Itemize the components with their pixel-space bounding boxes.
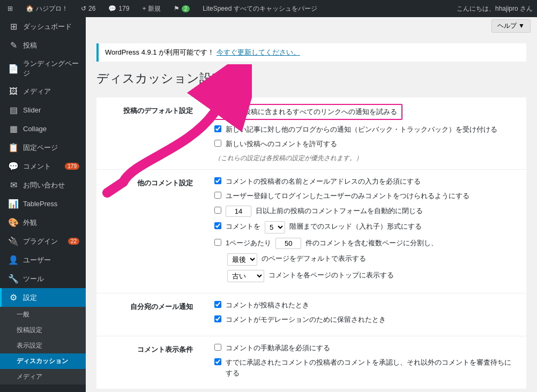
setting-row-comment-posted: コメントが投稿されたとき bbox=[214, 300, 516, 311]
setting-row-allow-comments: 新しい投稿へのコメントを許可する bbox=[214, 139, 516, 149]
wp-icon: ⊞ bbox=[8, 5, 13, 12]
submenu-general[interactable]: 一般 bbox=[0, 307, 86, 322]
sort-order-select[interactable]: 古い新しい bbox=[227, 270, 264, 282]
pages-icon: 📋 bbox=[8, 142, 19, 153]
label-manual-approval: コメントの手動承認を必須にする bbox=[226, 343, 330, 353]
setting-row-registered-only: ユーザー登録してログインしたユーザーのみコメントをつけられるようにする bbox=[214, 191, 516, 201]
main-header: ヘルプ ▼ bbox=[86, 17, 537, 35]
submenu-discussion[interactable]: ディスカッション bbox=[0, 353, 86, 369]
sidebar-item-dashboard[interactable]: ⊞ ダッシュボード bbox=[0, 17, 86, 36]
checkbox-paged[interactable] bbox=[214, 239, 221, 246]
sidebar-item-comments[interactable]: 💬 コメント 179 bbox=[0, 157, 86, 176]
submenu-post-settings[interactable]: 投稿設定 bbox=[0, 322, 86, 338]
sidebar: ⊞ ダッシュボード ✎ 投稿 📄 ランディングページ 🖼 メディア ▤ Slid… bbox=[0, 17, 86, 392]
contact-icon: ✉ bbox=[8, 180, 19, 190]
section-heading-display: コメント表示条件 bbox=[96, 336, 204, 389]
help-button[interactable]: ヘルプ ▼ bbox=[491, 19, 531, 33]
label-thread-after: 階層までのスレッド（入れ子）形式にする bbox=[289, 221, 422, 232]
wp-logo-button[interactable]: ⊞ bbox=[4, 0, 16, 17]
new-button[interactable]: + 新規 bbox=[139, 0, 163, 17]
sidebar-item-pages[interactable]: 📋 固定ページ bbox=[0, 138, 86, 157]
plugins-icon: 🔌 bbox=[8, 236, 19, 246]
checkbox-comment-posted[interactable] bbox=[214, 301, 221, 308]
setting-row-links-notify: この投稿に含まれるすべてのリンクへの通知を試みる bbox=[214, 104, 516, 120]
settings-section-display: コメント表示条件 コメントの手動承認を必須にする すでに承認されたコメントの投稿… bbox=[96, 336, 526, 389]
setting-row-moderation: コメントがモデレーションのために保留されたとき bbox=[214, 314, 516, 325]
label-default-page: のページをデフォルトで表示する bbox=[262, 253, 366, 264]
checkbox-thread-depth[interactable] bbox=[214, 222, 221, 229]
checkbox-registered-only[interactable] bbox=[214, 192, 221, 199]
sidebar-item-tablepress[interactable]: 📊 TablePress bbox=[0, 194, 86, 213]
setting-row-manual-approval: コメントの手動承認を必須にする bbox=[214, 343, 516, 353]
users-icon: 👤 bbox=[8, 255, 19, 265]
checkbox-close-days[interactable] bbox=[214, 207, 221, 214]
dashboard-icon: ⊞ bbox=[8, 21, 19, 32]
update-link[interactable]: 今すぐ更新してください。 bbox=[217, 48, 300, 56]
sidebar-item-contact[interactable]: ✉ お問い合わせ bbox=[0, 176, 86, 194]
settings-submenu: 一般 投稿設定 表示設定 ディスカッション メディア bbox=[0, 307, 86, 385]
comments-button[interactable]: 💬 179 bbox=[105, 0, 132, 17]
label-registered-only: ユーザー登録してログインしたユーザーのみコメントをつけられるようにする bbox=[226, 191, 469, 201]
user-greeting: こんにちは、hhajipro さん bbox=[457, 4, 533, 13]
label-pingbacks: 新しい記事に対し他のブログからの通知（ピンバック・トラックバック）を受け付ける bbox=[226, 124, 497, 135]
site-name-button[interactable]: 🏠 ハジプロ！ bbox=[23, 0, 71, 17]
settings-section-other: 他のコメント設定 コメントの投稿者の名前とメールアドレスの入力を必須にする ユー… bbox=[96, 169, 526, 293]
checkbox-auto-approve[interactable] bbox=[214, 358, 221, 365]
section-content-email: コメントが投稿されたとき コメントがモデレーションのために保留されたとき bbox=[204, 293, 526, 336]
settings-icon: ⚙ bbox=[8, 292, 19, 303]
settings-section-email: 自分宛のメール通知 コメントが投稿されたとき コメントがモデレーションのために保… bbox=[96, 293, 526, 336]
litespeed-button[interactable]: LiteSpeed すべてのキャッシュをパージ bbox=[199, 0, 320, 17]
sidebar-item-media[interactable]: 🖼 メディア bbox=[0, 82, 86, 101]
section-content-display: コメントの手動承認を必須にする すでに承認されたコメントの投稿者のコメントを承認… bbox=[204, 336, 526, 389]
default-page-select[interactable]: 最後最初 bbox=[227, 253, 257, 266]
sidebar-item-tools[interactable]: 🔧 ツール bbox=[0, 269, 86, 288]
sidebar-item-appearance[interactable]: 🎨 外観 bbox=[0, 213, 86, 232]
label-allow-comments: 新しい投稿へのコメントを許可する bbox=[226, 139, 337, 149]
updates-button[interactable]: ↺ 26 bbox=[78, 0, 99, 17]
sidebar-item-collage[interactable]: ▦ Collage bbox=[0, 119, 86, 138]
setting-row-close-days: 日以上前の投稿のコメントフォームを自動的に閉じる bbox=[214, 206, 516, 217]
paged-input[interactable] bbox=[275, 238, 301, 249]
label-thread-before: コメントを bbox=[226, 221, 260, 232]
setting-row-default-page: 最後最初 のページをデフォルトで表示する bbox=[214, 253, 516, 266]
setting-row-auto-approve: すでに承認されたコメントの投稿者のコメントを承認し、それ以外のコメントを審査待ち… bbox=[214, 357, 516, 378]
sidebar-item-plugins[interactable]: 🔌 プラグイン 22 bbox=[0, 232, 86, 251]
highlight-box: この投稿に含まれるすべてのリンクへの通知を試みる bbox=[214, 104, 402, 120]
submenu-media[interactable]: メディア bbox=[0, 369, 86, 385]
comment-icon: 💬 bbox=[108, 5, 116, 12]
setting-row-thread-depth: コメントを 543 階層までのスレッド（入れ子）形式にする bbox=[214, 221, 516, 233]
appearance-icon: 🎨 bbox=[8, 217, 19, 228]
page-title: ディスカッション設定 bbox=[96, 70, 526, 87]
checkbox-links-notify[interactable] bbox=[220, 109, 227, 116]
thread-depth-select[interactable]: 543 bbox=[265, 221, 285, 233]
tablepress-icon: 📊 bbox=[8, 199, 19, 209]
sidebar-item-posts[interactable]: ✎ 投稿 bbox=[0, 36, 86, 55]
content-area: WordPress 4.9.1 が利用可能です！ 今すぐ更新してください。 ディ… bbox=[86, 35, 537, 392]
refresh-icon: ↺ bbox=[81, 5, 86, 12]
landing-icon: 📄 bbox=[8, 64, 19, 74]
section-heading-email: 自分宛のメール通知 bbox=[96, 293, 204, 336]
setting-row-sort-order: 古い新しい コメントを各ページのトップに表示する bbox=[214, 270, 516, 282]
checkbox-pingbacks[interactable] bbox=[214, 125, 221, 132]
sidebar-item-slider[interactable]: ▤ Slider bbox=[0, 101, 86, 119]
section-heading-defaults: 投稿のデフォルト設定 bbox=[96, 97, 204, 169]
close-days-input[interactable] bbox=[226, 206, 251, 217]
checkbox-require-name[interactable] bbox=[214, 177, 221, 184]
label-paged-before: 1ページあたり bbox=[226, 238, 271, 248]
flag-icon: ⚑ bbox=[174, 5, 180, 12]
label-links-notify: この投稿に含まれるすべてのリンクへの通知を試みる bbox=[230, 107, 397, 117]
collage-icon: ▦ bbox=[8, 124, 19, 134]
checkbox-manual-approval[interactable] bbox=[214, 344, 221, 351]
update-notice: WordPress 4.9.1 が利用可能です！ 今すぐ更新してください。 bbox=[96, 43, 526, 62]
submenu-reading[interactable]: 表示設定 bbox=[0, 338, 86, 353]
sidebar-item-landing[interactable]: 📄 ランディングページ bbox=[0, 55, 86, 82]
setting-note: （これらの設定は各投稿の設定が優先されます。） bbox=[214, 154, 516, 163]
settings-section-defaults: 投稿のデフォルト設定 この投稿に含まれるすべてのリンクへの通知を試みる 新しい記… bbox=[96, 97, 526, 169]
wpseo-button[interactable]: ⚑ 2 bbox=[170, 0, 193, 17]
checkbox-allow-comments[interactable] bbox=[214, 140, 221, 147]
tools-icon: 🔧 bbox=[8, 274, 19, 284]
checkbox-moderation[interactable] bbox=[214, 315, 221, 322]
sidebar-item-users[interactable]: 👤 ユーザー bbox=[0, 251, 86, 269]
sidebar-item-settings[interactable]: ⚙ 設定 bbox=[0, 288, 86, 307]
main-content: ヘルプ ▼ WordPress 4.9.1 が利用可能です！ 今すぐ更新してくだ… bbox=[86, 17, 537, 392]
